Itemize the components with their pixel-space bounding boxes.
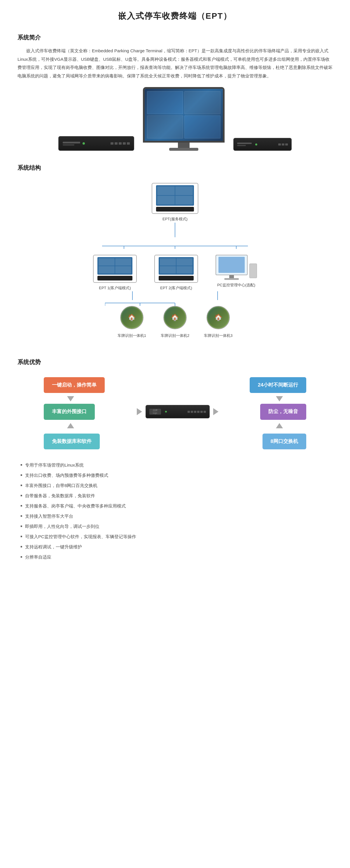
- page-wrapper: 嵌入式停车收费终端（EPT） 系统简介 嵌入式停车收费终端（英文全称：Embed…: [0, 0, 350, 587]
- device-box-right: [233, 138, 292, 151]
- adv-badge-2: 24小时不间断运行: [250, 377, 306, 393]
- features-list: 专用于停车场管理的Linux系统 支持出口收费、场内预缴费等多种缴费模式 丰富外…: [18, 461, 332, 561]
- structure-heading: 系统结构: [18, 162, 332, 173]
- pc-screen-inner: [218, 257, 245, 273]
- feature-text-6: 支持接入智慧停车大平台: [25, 512, 73, 520]
- cam1-image: 🏠: [121, 307, 142, 328]
- ept1-label: EPT 1(客户端模式): [99, 285, 131, 291]
- ept2-box: [154, 255, 198, 283]
- ept-cell-4: [175, 196, 193, 205]
- feature-text-8: 可接入PC监控管理中心软件，实现报表、车辆登记等操作: [25, 533, 136, 540]
- feature-text-2: 支持出口收费、场内预缴费等多种缴费模式: [25, 471, 108, 479]
- feature-item-10: 分辨率自适应: [18, 553, 332, 561]
- device-logo: 品牌logo: [149, 409, 161, 414]
- pc-screen: [215, 255, 248, 275]
- cam-v-1: [132, 291, 133, 300]
- monitor: [143, 87, 224, 151]
- screen-cell-4: [184, 115, 220, 138]
- cam-branch-svg: [105, 300, 245, 306]
- feature-text-4: 自带服务器，免装数据库，免装软件: [25, 492, 95, 500]
- cam2-image: 🏠: [165, 307, 185, 328]
- monitor-screen-area: [143, 87, 224, 143]
- device-ports-left: [110, 142, 130, 145]
- feature-item-6: 支持接入智慧停车大平台: [18, 512, 332, 520]
- pc-base: [224, 278, 239, 280]
- ept-cell-1: [157, 186, 175, 195]
- arrow-right-icon-1: [137, 408, 142, 415]
- intro-heading: 系统简介: [18, 32, 332, 43]
- feature-item-8: 可接入PC监控管理中心软件，实现报表、车辆登记等操作: [18, 533, 332, 540]
- ept1-screen: [97, 257, 132, 275]
- cam1-label: 车牌识别一体机1: [117, 332, 146, 339]
- adv-mid-row: 丰富的外围接口 品牌logo: [44, 404, 306, 420]
- arrow-up-1: [67, 423, 74, 431]
- feature-item-3: 丰富外围接口，自带8网口百兆交换机: [18, 482, 332, 489]
- advantages-heading: 系统优势: [18, 357, 332, 367]
- ept1-node: EPT 1(客户端模式): [93, 255, 137, 291]
- ept2-node: EPT 2(客户端模式): [154, 255, 198, 291]
- mid-center: 品牌logo: [137, 405, 218, 418]
- feature-text-3: 丰富外围接口，自带8网口百兆交换机: [25, 482, 97, 489]
- advantages-section: 系统优势 一键启动，操作简单 24小时不间断运行 丰富的外围接口: [18, 357, 332, 561]
- cam3-image: 🏠: [208, 307, 229, 328]
- structure-section: 系统结构 EPT(服务模式): [18, 162, 332, 345]
- cam3-label: 车牌识别一体机3: [204, 332, 233, 339]
- ept2-label: EPT 2(客户端模式): [160, 285, 192, 291]
- center-device-light: [165, 411, 167, 412]
- monitor-base: [169, 148, 198, 151]
- arrow-down-icon-2: [276, 396, 283, 401]
- arrow-up-icon-1: [67, 423, 74, 428]
- advantages-diagram: 一键启动，操作简单 24小时不间断运行 丰富的外围接口: [18, 371, 332, 456]
- camera-nodes-row: 🏠 车牌识别一体机1 🏠 车牌识别一体机2 🏠 车牌识别一体机3: [117, 306, 233, 339]
- bot-arrows: [44, 423, 306, 431]
- feature-item-1: 专用于停车场管理的Linux系统: [18, 461, 332, 469]
- cam2-node: 🏠 车牌识别一体机2: [161, 306, 189, 339]
- center-device-ports: [187, 411, 206, 413]
- status-light-left: [82, 142, 85, 145]
- ept1-box: [93, 255, 137, 283]
- ept2-screen: [159, 257, 194, 275]
- feature-text-7: 即插即用，人性化向导，调试一步到位: [25, 522, 100, 530]
- adv-badge-1: 一键启动，操作简单: [44, 377, 105, 393]
- page-title: 嵌入式停车收费终端（EPT）: [18, 9, 332, 23]
- cam1-node: 🏠 车牌识别一体机1: [117, 306, 146, 339]
- cam2-circle: 🏠: [163, 306, 187, 329]
- feature-text-9: 支持远程调试，一键升级维护: [25, 543, 82, 551]
- arrow-right-icon-2: [213, 408, 218, 415]
- adv-bot-row: 免装数据库和软件 8网口交换机: [44, 434, 306, 450]
- branch-svg: [73, 237, 277, 255]
- ept-server-screen: [156, 185, 194, 206]
- pc-tower: [249, 264, 257, 278]
- cam-v-2: [217, 291, 218, 300]
- pc-stand: [229, 275, 234, 278]
- product-images: [18, 87, 332, 151]
- device-right: [233, 138, 292, 151]
- adv-badge-5: 免装数据库和软件: [44, 434, 100, 450]
- arrow-down-icon-1: [67, 396, 74, 401]
- feature-item-2: 支持出口收费、场内预缴费等多种缴费模式: [18, 471, 332, 479]
- ept-server-label: EPT(服务模式): [163, 216, 187, 222]
- feature-item-7: 即插即用，人性化向导，调试一步到位: [18, 522, 332, 530]
- device-left: [58, 136, 134, 151]
- feature-item-5: 支持服务器、岗亭客户端、中央收费等多种应用模式: [18, 502, 332, 510]
- ept-server-node: EPT(服务模式): [152, 183, 198, 222]
- feature-text-10: 分辨率自适应: [25, 553, 51, 561]
- intro-section: 系统简介 嵌入式停车收费终端（英文全称：Embedded Parking Cha…: [18, 32, 332, 80]
- cam-connectors: [132, 291, 218, 300]
- status-light-right: [255, 144, 257, 146]
- cam3-circle: 🏠: [207, 306, 230, 329]
- v-connector-main: [175, 223, 175, 237]
- adv-badge-6: 8网口交换机: [262, 434, 306, 450]
- ept-server-box: [152, 183, 198, 214]
- structure-diagram: EPT(服务模式): [18, 177, 332, 345]
- feature-text-5: 支持服务器、岗亭客户端、中央收费等多种应用模式: [25, 502, 126, 510]
- screen-cell-2: [184, 91, 220, 114]
- device-box-left: [58, 136, 134, 151]
- monitor-stand: [178, 143, 189, 148]
- ept-server-device: [156, 207, 194, 212]
- arrow-up-2: [276, 423, 283, 431]
- screen-cell-1: [147, 91, 183, 114]
- ept2-device: [159, 276, 194, 280]
- top-arrows: [44, 396, 306, 404]
- intro-text: 嵌入式停车收费终端（英文全称：Embedded Parking Charge T…: [18, 47, 332, 80]
